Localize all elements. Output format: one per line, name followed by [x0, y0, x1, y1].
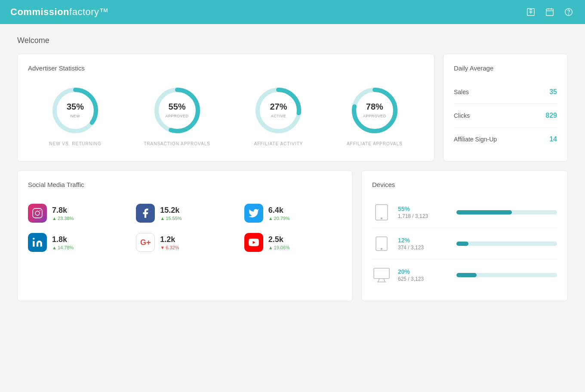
tablet-icon	[372, 203, 391, 222]
social-stats: 6.4k ▲ 20.79%	[268, 206, 290, 221]
change-value: 6.32%	[166, 245, 179, 250]
social-value: 2.5k	[268, 235, 290, 244]
donut-text: 35% NEW	[67, 102, 84, 119]
device-bar-container	[456, 273, 557, 277]
change-arrow: ▲	[268, 216, 273, 221]
donut-sublabel: APPROVED	[166, 114, 189, 118]
device-info: 20% 625 / 3,123	[398, 268, 450, 282]
donut-label: AFFILIATE APPROVALS	[347, 141, 403, 146]
donut-item: 35% NEW NEW VS. RETURNING	[49, 85, 101, 146]
social-stats: 15.2k ▲ 15.55%	[160, 206, 182, 221]
social-change: ▲ 19.06%	[268, 245, 290, 250]
twitter-icon	[244, 204, 263, 223]
logo: Commissionfactory™	[10, 6, 109, 18]
change-arrow: ▼	[160, 245, 165, 250]
donut-chart: 27% ACTIVE	[252, 85, 304, 136]
device-percent: 20%	[398, 268, 450, 275]
donut-text: 55% APPROVED	[166, 102, 189, 119]
calendar-icon[interactable]	[544, 6, 556, 18]
devices-card: Devices 55% 1,718 / 3,123 12% 374 / 3,12…	[361, 170, 568, 301]
donut-item: 27% ACTIVE AFFILIATE ACTIVITY	[252, 85, 304, 146]
social-item: 7.8k ▲ 23.38%	[28, 204, 126, 223]
device-count: 374 / 3,123	[398, 245, 450, 251]
donut-chart: 78% APPROVED	[349, 85, 400, 136]
donuts-row: 35% NEW NEW VS. RETURNING 55% APPROVED T…	[28, 80, 424, 150]
social-change: ▲ 15.55%	[160, 216, 182, 221]
social-card: Social Media Traffic 7.8k ▲ 23.38% 15.2k…	[17, 170, 353, 301]
donut-chart: 35% NEW	[49, 85, 101, 136]
social-grid: 7.8k ▲ 23.38% 15.2k ▲ 15.55% 6.4k ▲ 20.7…	[28, 197, 342, 259]
svg-point-19	[33, 238, 34, 239]
donut-item: 55% APPROVED TRANSACTION APPROVALS	[144, 85, 210, 146]
svg-line-27	[384, 279, 385, 282]
header: Commissionfactory™	[0, 0, 585, 24]
social-change: ▲ 23.38%	[52, 216, 74, 221]
daily-avg-row: Affiliate Sign-Up 14	[454, 128, 557, 151]
social-stats: 1.8k ▲ 14.78%	[52, 235, 74, 250]
donut-label: AFFILIATE ACTIVITY	[254, 141, 303, 146]
advertiser-title: Advertiser Statistics	[28, 64, 424, 72]
linkedin-icon	[28, 233, 47, 252]
donut-label: TRANSACTION APPROVALS	[144, 141, 210, 146]
desktop-icon	[372, 266, 391, 285]
donut-percent: 27%	[270, 102, 287, 111]
device-bar-container	[456, 210, 557, 214]
svg-line-26	[378, 279, 379, 282]
social-item: G+ 1.2k ▼ 6.32%	[136, 233, 234, 252]
device-count: 1,718 / 3,123	[398, 213, 450, 219]
welcome-title: Welcome	[17, 36, 568, 45]
donut-sublabel: ACTIVE	[271, 114, 286, 118]
donut-label: NEW VS. RETURNING	[49, 141, 101, 146]
change-value: 23.38%	[58, 216, 74, 221]
device-row: 20% 625 / 3,123	[372, 260, 557, 291]
daily-avg-row: Sales 35	[454, 80, 557, 104]
svg-point-16	[35, 211, 40, 215]
device-info: 12% 374 / 3,123	[398, 237, 450, 251]
daily-avg-label: Affiliate Sign-Up	[454, 136, 497, 143]
social-change: ▲ 20.79%	[268, 216, 290, 221]
change-value: 15.55%	[166, 216, 182, 221]
change-value: 19.06%	[274, 245, 290, 250]
advertiser-card: Advertiser Statistics 35% NEW NEW VS. RE…	[17, 54, 434, 162]
social-change: ▼ 6.32%	[160, 245, 179, 250]
daily-avg-label: Clicks	[454, 112, 470, 119]
device-percent: 55%	[398, 205, 450, 212]
device-bar	[456, 273, 477, 277]
tablet-small-icon	[372, 234, 391, 253]
devices-title: Devices	[372, 181, 557, 188]
instagram-icon	[28, 204, 47, 223]
change-value: 14.78%	[58, 245, 74, 250]
social-stats: 7.8k ▲ 23.38%	[52, 206, 74, 221]
svg-rect-25	[374, 268, 389, 279]
device-row: 55% 1,718 / 3,123	[372, 197, 557, 228]
change-arrow: ▲	[52, 245, 57, 250]
header-icons	[525, 6, 575, 18]
main-content: Welcome Advertiser Statistics 35% NEW NE…	[0, 24, 585, 313]
device-count: 625 / 3,123	[398, 276, 450, 282]
daily-avg-value: 14	[549, 135, 557, 143]
facebook-icon	[136, 204, 155, 223]
donut-percent: 55%	[166, 102, 189, 111]
googleplus-icon: G+	[136, 233, 155, 252]
bottom-row: Social Media Traffic 7.8k ▲ 23.38% 15.2k…	[17, 170, 568, 301]
svg-point-22	[381, 218, 382, 219]
help-icon[interactable]	[563, 6, 575, 18]
daily-avg-label: Sales	[454, 89, 469, 95]
social-value: 1.8k	[52, 235, 74, 244]
social-item: 2.5k ▲ 19.06%	[244, 233, 342, 252]
svg-rect-18	[33, 241, 34, 247]
daily-average-card: Daily Average Sales 35 Clicks 829 Affili…	[443, 54, 568, 162]
svg-point-17	[40, 210, 40, 211]
device-percent: 12%	[398, 237, 450, 244]
daily-average-rows: Sales 35 Clicks 829 Affiliate Sign-Up 14	[454, 80, 557, 151]
social-title: Social Media Traffic	[28, 181, 342, 188]
upload-icon[interactable]	[525, 6, 537, 18]
change-arrow: ▲	[52, 216, 57, 221]
social-stats: 2.5k ▲ 19.06%	[268, 235, 290, 250]
social-item: 1.8k ▲ 14.78%	[28, 233, 126, 252]
donut-text: 78% APPROVED	[363, 102, 386, 119]
social-item: 6.4k ▲ 20.79%	[244, 204, 342, 223]
top-row: Advertiser Statistics 35% NEW NEW VS. RE…	[17, 54, 568, 162]
daily-average-title: Daily Average	[454, 64, 557, 72]
change-arrow: ▲	[160, 216, 165, 221]
